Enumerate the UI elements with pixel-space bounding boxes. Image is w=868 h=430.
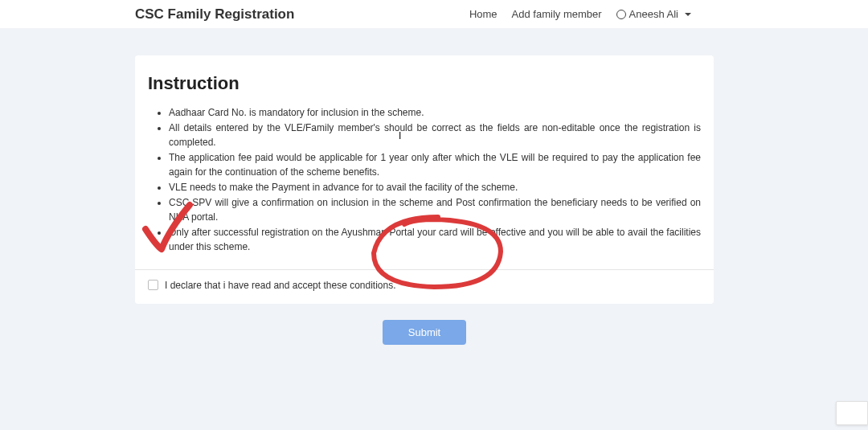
instruction-item: CSC-SPV will give a confirmation on incl… bbox=[169, 195, 701, 225]
instruction-list: Aadhaar Card No. is mandatory for inclus… bbox=[148, 105, 701, 255]
user-menu-dropdown[interactable]: Aneesh Ali bbox=[616, 8, 691, 20]
declare-checkbox[interactable] bbox=[148, 280, 158, 290]
user-circle-icon bbox=[616, 10, 626, 19]
instruction-card: Instruction Aadhaar Card No. is mandator… bbox=[135, 55, 714, 304]
instruction-item: The application fee paid would be applic… bbox=[169, 150, 701, 180]
instruction-item: Aadhaar Card No. is mandatory for inclus… bbox=[169, 105, 701, 121]
nav-home-link[interactable]: Home bbox=[469, 8, 497, 20]
main-container: Instruction Aadhaar Card No. is mandator… bbox=[0, 28, 868, 345]
instruction-heading: Instruction bbox=[148, 73, 701, 94]
nav-add-member-link[interactable]: Add family member bbox=[512, 8, 602, 20]
submit-button[interactable]: Submit bbox=[383, 320, 466, 345]
instruction-item: Only after successful registration on th… bbox=[169, 225, 701, 255]
user-name-label: Aneesh Ali bbox=[629, 8, 678, 20]
recaptcha-badge bbox=[836, 401, 868, 425]
brand-title: CSC Family Registration bbox=[135, 6, 294, 23]
submit-wrap: Submit bbox=[135, 320, 714, 345]
top-navbar: CSC Family Registration Home Add family … bbox=[0, 0, 868, 28]
chevron-down-icon bbox=[685, 13, 691, 16]
section-divider bbox=[135, 269, 714, 270]
declaration-row: I declare that i have read and accept th… bbox=[148, 280, 701, 291]
instruction-item: All details entered by the VLE/Family me… bbox=[169, 121, 701, 150]
nav-right-group: Home Add family member Aneesh Ali bbox=[469, 8, 852, 20]
declare-label-text: I declare that i have read and accept th… bbox=[165, 280, 396, 291]
instruction-item: VLE needs to make the Payment in advance… bbox=[169, 180, 701, 195]
